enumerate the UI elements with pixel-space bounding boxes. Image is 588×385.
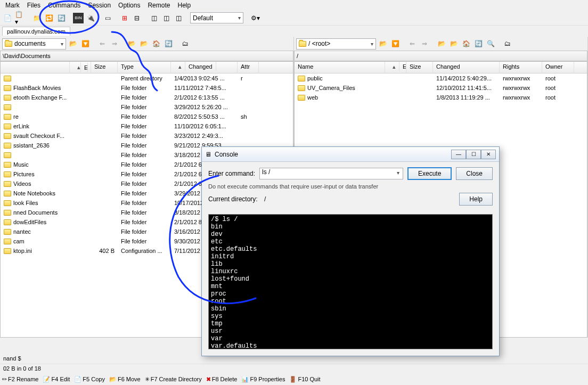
unselect-icon[interactable]: ⊟ xyxy=(132,13,142,23)
table-row[interactable]: File folder3/29/2012 5:26:20 ... xyxy=(1,102,293,112)
table-row[interactable]: erLinkFile folder11/10/2012 6:05:1... xyxy=(1,121,293,131)
filter-icon[interactable]: 🔽 xyxy=(390,38,401,49)
bookmark-icon[interactable]: 📁 xyxy=(31,13,42,23)
command-input[interactable]: ls / xyxy=(259,168,403,179)
maximize-icon[interactable]: ☐ xyxy=(466,150,481,159)
f8-delete[interactable]: ✖ F8 Delete xyxy=(206,376,238,383)
table-row[interactable]: etooth Exchange F...File folder2/1/2012 … xyxy=(1,93,293,102)
root-dir-icon[interactable]: 📂 xyxy=(138,38,149,49)
console-icon: 🖥 xyxy=(205,151,211,158)
refresh-icon[interactable]: 🔄 xyxy=(473,38,484,49)
remote-path: / xyxy=(294,51,587,61)
main-menu: Mark Files Commands Session Options Remo… xyxy=(0,0,588,11)
forward-icon[interactable]: ⇒ xyxy=(109,38,120,49)
close-button[interactable]: Close xyxy=(456,167,493,180)
filter2-icon[interactable]: ◫ xyxy=(161,13,172,23)
preset-combo[interactable]: Default xyxy=(190,12,243,23)
tree-icon[interactable]: 🗂 xyxy=(502,38,513,49)
tree-icon[interactable]: 🗂 xyxy=(180,38,191,49)
home-icon[interactable]: 🏠 xyxy=(461,38,471,49)
menu-mark[interactable]: Mark xyxy=(2,1,23,10)
help-button[interactable]: Help xyxy=(459,193,493,206)
folder-icon xyxy=(5,41,12,47)
col-changed[interactable]: Changed xyxy=(433,62,500,73)
back-icon[interactable]: ⇐ xyxy=(97,38,108,49)
back-icon[interactable]: ⇐ xyxy=(407,38,418,49)
table-row[interactable]: reFile folder8/2/2012 5:50:53 ...sh xyxy=(1,112,293,121)
f7-create[interactable]: ✳ F7 Create Directory xyxy=(145,376,202,383)
console-window[interactable]: 🖥 Console — ☐ ✕ Enter command: ls / Exec… xyxy=(201,146,500,356)
filter3-icon[interactable]: ◫ xyxy=(173,13,184,23)
col-changed[interactable]: ▴Changed xyxy=(171,62,238,73)
root-dir-icon[interactable]: 📂 xyxy=(448,38,459,49)
col-ext[interactable]: ▴Ext xyxy=(385,62,406,73)
refresh-icon[interactable]: 🔄 xyxy=(163,38,174,49)
remote-drive-combo[interactable]: / <root> xyxy=(296,38,376,50)
close-icon[interactable]: ✕ xyxy=(481,150,496,159)
disconnect-icon[interactable]: 🔌 xyxy=(85,13,96,23)
table-row[interactable]: web1/8/2013 11:19:29 ...rwxrwxrwxroot xyxy=(295,93,587,102)
session-tab[interactable]: pallinouv.dynalias.com xyxy=(2,27,70,36)
col-name[interactable]: Name xyxy=(295,62,385,73)
table-row[interactable]: Parent directory1/4/2013 9:02:45 ...r xyxy=(1,73,293,83)
settings-icon[interactable]: 📋▾ xyxy=(14,13,25,23)
table-row[interactable]: svault Checkout F...File folder3/23/2012… xyxy=(1,131,293,141)
settings-gear-icon[interactable]: ⚙▾ xyxy=(250,13,260,23)
menu-session[interactable]: Session xyxy=(85,1,114,10)
main-toolbar: 📄 📋▾ 📁 🔁 🔄 BIN 🔌 ▭ ⊞ ⊟ ◫ ◫ ◫ Default ⚙▾ xyxy=(0,11,588,26)
col-size[interactable]: Size xyxy=(91,62,118,73)
minimize-icon[interactable]: — xyxy=(451,150,466,159)
col-rights[interactable]: Rights xyxy=(500,62,542,73)
function-key-bar: ✏ F2 Rename 📝 F4 Edit 📄 F5 Copy 📂 F6 Mov… xyxy=(0,373,588,385)
copy-icon[interactable]: 📄 xyxy=(2,13,13,23)
find-icon[interactable]: 🔍 xyxy=(485,38,496,49)
terminal-output[interactable]: /$ ls / bin dev etc etc.defaults initrd … xyxy=(208,214,493,349)
filter-icon[interactable]: 🔽 xyxy=(80,38,91,49)
col-type[interactable]: Type xyxy=(118,62,171,73)
terminal-text: /$ ls / bin dev etc etc.defaults initrd … xyxy=(209,215,492,349)
table-row[interactable]: UV_Camera_Files12/10/2012 11:41:5...rwxr… xyxy=(295,83,587,93)
local-drive-combo[interactable]: documents xyxy=(2,38,66,50)
select-icon[interactable]: ⊞ xyxy=(119,13,130,23)
local-path: \David\Documents xyxy=(0,51,293,61)
col-ext[interactable]: ▴Ext xyxy=(70,62,91,73)
menu-options[interactable]: Options xyxy=(115,1,143,10)
hint-text: Do not execute commands that require use… xyxy=(208,183,378,190)
menu-commands[interactable]: Commands xyxy=(45,1,84,10)
reconnect-icon[interactable]: 🔄 xyxy=(56,13,67,23)
col-attr[interactable]: Attr xyxy=(238,62,259,73)
parent-dir-icon[interactable]: 📂 xyxy=(436,38,447,49)
f4-edit[interactable]: 📝 F4 Edit xyxy=(43,376,70,383)
open-folder-icon[interactable]: 📂 xyxy=(68,38,78,49)
console-title: Console xyxy=(215,151,451,158)
f5-copy[interactable]: 📄 F5 Copy xyxy=(74,376,105,383)
menu-files[interactable]: Files xyxy=(24,1,44,10)
f2-rename[interactable]: ✏ F2 Rename xyxy=(2,376,38,383)
table-row[interactable]: public11/14/2012 5:40:29...rwxrwxrwxroot xyxy=(295,73,587,83)
enter-command-label: Enter command: xyxy=(208,170,255,177)
sync-browse-icon[interactable]: 🔁 xyxy=(44,13,54,23)
curdir-label: Current directory: xyxy=(208,195,258,203)
f6-move[interactable]: 📂 F6 Move xyxy=(109,376,141,383)
queue-icon[interactable]: ▭ xyxy=(102,13,113,23)
folder-icon xyxy=(299,41,306,47)
col-owner[interactable]: Owner xyxy=(542,62,574,73)
f9-properties[interactable]: 📊 F9 Properties xyxy=(241,376,285,383)
execute-button[interactable]: Execute xyxy=(407,167,452,180)
f10-quit[interactable]: 🚪 F10 Quit xyxy=(289,376,320,383)
curdir-path: / xyxy=(264,195,266,203)
local-nav-bar: documents 📂 🔽 ⇐ ⇒ 📂 📂 🏠 🔄 🗂 xyxy=(0,37,293,51)
col-size[interactable]: Size xyxy=(406,62,433,73)
open-folder-icon[interactable]: 📂 xyxy=(378,38,388,49)
menu-remote[interactable]: Remote xyxy=(144,1,173,10)
transfer-mode-icon[interactable]: BIN xyxy=(73,13,84,23)
remote-nav-bar: / <root> 📂 🔽 ⇐ ⇒ 📂 📂 🏠 🔄 🔍 🗂 xyxy=(294,37,587,51)
table-row[interactable]: FlashBack MoviesFile folder11/11/2012 7:… xyxy=(1,83,293,93)
home-icon[interactable]: 🏠 xyxy=(151,38,161,49)
status-bar: 02 B in 0 of 18 xyxy=(0,364,588,373)
filter1-icon[interactable]: ◫ xyxy=(149,13,159,23)
forward-icon[interactable]: ⇒ xyxy=(419,38,430,49)
menu-help[interactable]: Help xyxy=(174,1,194,10)
parent-dir-icon[interactable]: 📂 xyxy=(126,38,137,49)
